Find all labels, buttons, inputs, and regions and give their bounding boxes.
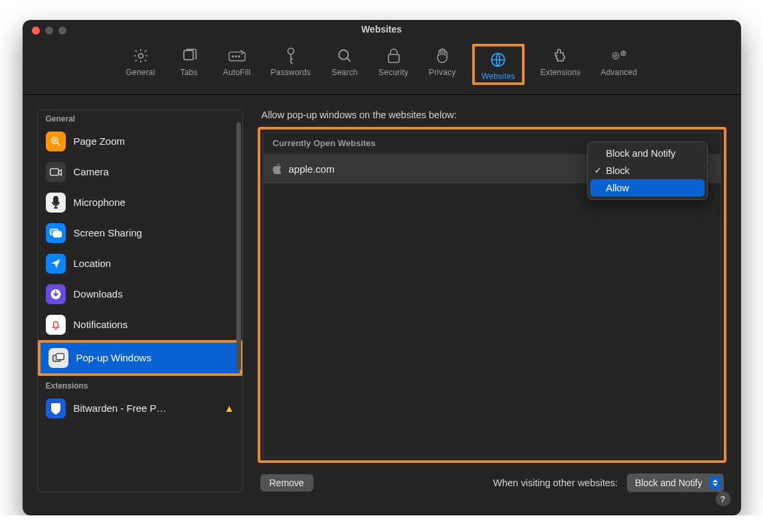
- titlebar: Websites: [23, 20, 741, 40]
- sidebar-item-label: Screen Sharing: [74, 226, 234, 240]
- menu-item-allow[interactable]: Allow: [590, 179, 705, 197]
- sidebar-section-extensions: Extensions: [38, 376, 242, 393]
- sidebar-item-label: Downloads: [74, 288, 234, 301]
- sidebar-section-general: General: [38, 110, 242, 126]
- tab-passwords[interactable]: Passwords: [267, 44, 315, 85]
- sidebar-item-label: Camera: [74, 165, 234, 179]
- menu-item-block[interactable]: ✓ Block: [590, 162, 705, 179]
- window-title: Websites: [23, 24, 741, 35]
- sidebar-item-bitwarden[interactable]: Bitwarden - Free P… ▲: [38, 393, 242, 424]
- tab-general[interactable]: General: [122, 44, 159, 85]
- gear-icon: [131, 46, 150, 65]
- policy-dropdown-menu: Block and Notify ✓ Block Allow: [587, 141, 708, 200]
- menu-item-block-and-notify[interactable]: Block and Notify: [590, 145, 705, 162]
- tab-tabs[interactable]: Tabs: [171, 44, 207, 85]
- sidebar-scrollbar[interactable]: [236, 118, 241, 484]
- sidebar-item-label: Pop-up Windows: [76, 351, 232, 365]
- svg-rect-8: [388, 54, 399, 62]
- svg-point-10: [613, 52, 619, 58]
- apple-icon: [273, 163, 282, 174]
- tab-search[interactable]: Search: [327, 44, 363, 85]
- tab-label: AutoFill: [223, 68, 251, 77]
- svg-rect-21: [56, 353, 64, 359]
- microphone-icon: [46, 193, 66, 213]
- other-websites-select[interactable]: Block and Notify: [627, 474, 723, 492]
- lock-icon: [384, 46, 403, 65]
- sidebar-item-location[interactable]: Location: [38, 248, 242, 279]
- svg-point-3: [232, 56, 233, 57]
- tab-label: Tabs: [181, 68, 198, 77]
- tab-label: Websites: [481, 72, 515, 81]
- svg-point-5: [238, 56, 239, 57]
- svg-rect-15: [50, 169, 58, 175]
- globe-icon: [489, 50, 507, 69]
- key-icon: [282, 46, 300, 65]
- scrollbar-thumb[interactable]: [236, 122, 241, 371]
- sidebar-item-popup-windows[interactable]: Pop-up Windows: [41, 343, 240, 373]
- main-heading: Allow pop-up windows on the websites bel…: [258, 110, 726, 127]
- site-domain: apple.com: [289, 163, 335, 175]
- svg-rect-16: [54, 197, 58, 204]
- svg-point-12: [621, 51, 626, 56]
- sidebar-item-screen-sharing[interactable]: Screen Sharing: [38, 218, 242, 248]
- tab-autofill[interactable]: AutoFill: [219, 44, 255, 85]
- other-websites-label: When visiting other websites:: [493, 478, 618, 488]
- autofill-icon: [228, 46, 246, 65]
- tab-extensions[interactable]: Extensions: [537, 44, 585, 85]
- svg-point-0: [138, 54, 143, 58]
- sidebar-item-label: Location: [74, 257, 234, 270]
- sidebar-item-label: Microphone: [74, 196, 234, 209]
- highlight-websites-tab: Websites: [472, 44, 525, 85]
- tab-label: Advanced: [601, 68, 637, 77]
- sidebar-item-label: Page Zoom: [74, 135, 234, 148]
- search-icon: [335, 46, 354, 65]
- bitwarden-icon: [46, 399, 66, 418]
- download-icon: [46, 284, 66, 304]
- sidebar-item-microphone[interactable]: Microphone: [38, 187, 242, 218]
- svg-rect-1: [183, 50, 193, 60]
- sidebar-item-camera[interactable]: Camera: [38, 157, 242, 187]
- sidebar-item-notifications[interactable]: Notifications: [38, 310, 242, 340]
- main-pane: Allow pop-up windows on the websites bel…: [258, 110, 726, 492]
- svg-point-11: [615, 55, 617, 57]
- highlight-website-list: Currently Open Websites apple.com Block …: [258, 127, 726, 463]
- tab-websites[interactable]: Websites: [477, 48, 519, 82]
- other-websites-value: Block and Notify: [635, 478, 702, 488]
- tab-label: Privacy: [429, 68, 456, 77]
- tab-security[interactable]: Security: [375, 44, 412, 85]
- svg-point-4: [235, 56, 236, 57]
- tab-label: Security: [379, 68, 408, 77]
- help-button[interactable]: ?: [716, 491, 730, 506]
- tab-label: General: [126, 68, 155, 77]
- tab-label: Passwords: [271, 68, 311, 77]
- sidebar-item-page-zoom[interactable]: Page Zoom: [38, 126, 242, 157]
- preferences-toolbar: General Tabs AutoFill Passwords Search: [23, 40, 741, 95]
- sidebar-item-label: Notifications: [74, 318, 234, 331]
- tab-label: Extensions: [541, 68, 581, 77]
- main-footer: Remove When visiting other websites: Blo…: [258, 463, 726, 492]
- svg-rect-18: [53, 232, 61, 237]
- tabs-icon: [180, 46, 199, 65]
- tab-privacy[interactable]: Privacy: [424, 44, 460, 85]
- svg-point-6: [288, 48, 294, 54]
- tab-label: Search: [331, 68, 357, 77]
- updown-icon: [709, 476, 721, 489]
- puzzle-icon: [551, 46, 570, 65]
- checkmark-icon: ✓: [594, 165, 602, 175]
- location-icon: [46, 254, 66, 274]
- content-area: General Page Zoom Camera: [23, 95, 741, 504]
- bell-icon: [46, 315, 66, 335]
- settings-sidebar: General Page Zoom Camera: [37, 110, 243, 492]
- hand-icon: [433, 46, 452, 65]
- remove-button[interactable]: Remove: [260, 474, 313, 491]
- zoom-icon: [46, 132, 66, 151]
- warning-icon: ▲: [224, 402, 234, 415]
- preferences-window: Websites General Tabs AutoFill Password: [23, 20, 741, 515]
- highlight-popup-windows: Pop-up Windows: [38, 340, 242, 376]
- camera-icon: [46, 162, 66, 182]
- tab-advanced[interactable]: Advanced: [597, 44, 641, 85]
- screen-sharing-icon: [46, 223, 66, 243]
- sidebar-item-downloads[interactable]: Downloads: [38, 279, 242, 310]
- popup-windows-icon: [48, 348, 68, 368]
- gears-icon: [610, 46, 628, 65]
